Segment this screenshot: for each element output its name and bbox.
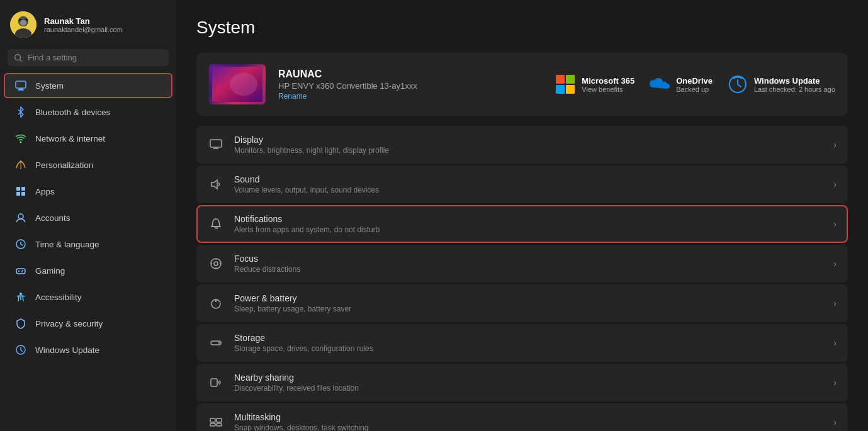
sidebar-item-gaming[interactable]: Gaming: [4, 258, 172, 283]
svg-rect-14: [21, 187, 25, 191]
settings-row-multitasking[interactable]: Multitasking Snap windows, desktops, tas…: [196, 403, 848, 431]
apps-icon: [14, 184, 28, 198]
sidebar-item-network[interactable]: Network & internet: [4, 126, 172, 151]
sound-icon: [208, 176, 224, 193]
svg-point-24: [20, 293, 22, 295]
svg-rect-33: [210, 140, 222, 147]
focus-text: Focus Reduce distractions: [234, 254, 823, 274]
sidebar-item-privacy[interactable]: Privacy & security: [4, 311, 172, 336]
svg-rect-15: [16, 192, 20, 196]
search-icon: [14, 53, 23, 62]
svg-rect-28: [556, 75, 565, 84]
winupdate-shortcut-sub: Last checked: 2 hours ago: [754, 86, 835, 93]
settings-list: Display Monitors, brightness, night ligh…: [196, 126, 848, 431]
svg-point-27: [230, 73, 257, 96]
sidebar-item-time[interactable]: Time & language: [4, 232, 172, 257]
storage-icon: [208, 335, 224, 351]
multitasking-label: Multitasking: [234, 412, 823, 422]
multitasking-text: Multitasking Snap windows, desktops, tas…: [234, 412, 823, 431]
privacy-icon: [14, 316, 28, 330]
settings-row-sound[interactable]: Sound Volume levels, output, input, soun…: [196, 165, 848, 203]
onedrive-icon: [650, 74, 670, 94]
sound-chevron: ›: [833, 179, 837, 189]
sidebar-item-system[interactable]: System: [4, 73, 172, 98]
power-text: Power & battery Sleep, battery usage, ba…: [234, 293, 823, 313]
svg-rect-19: [16, 269, 25, 274]
winupdate-shortcut-title: Windows Update: [754, 76, 835, 86]
ms365-shortcut[interactable]: Microsoft 365 View benefits: [555, 74, 634, 94]
svg-rect-16: [21, 192, 25, 196]
system-icon: [14, 79, 28, 92]
network-icon: [14, 132, 28, 145]
bluetooth-icon: [14, 105, 28, 119]
storage-chevron: ›: [833, 338, 837, 348]
settings-row-power[interactable]: Power & battery Sleep, battery usage, ba…: [196, 284, 848, 322]
svg-point-23: [21, 271, 23, 272]
svg-rect-30: [556, 85, 565, 94]
onedrive-text: OneDrive Backed up: [676, 76, 713, 93]
time-icon: [14, 237, 28, 251]
avatar: [10, 11, 37, 38]
settings-row-storage[interactable]: Storage Storage space, drives, configura…: [196, 324, 848, 362]
focus-icon: [208, 255, 224, 272]
power-sub: Sleep, battery usage, battery saver: [234, 305, 823, 313]
rename-link[interactable]: Rename: [278, 92, 543, 101]
sidebar-item-label-time: Time & language: [35, 240, 99, 249]
svg-rect-29: [566, 75, 575, 84]
settings-row-display[interactable]: Display Monitors, brightness, night ligh…: [196, 126, 848, 164]
sidebar-item-windows-update[interactable]: Windows Update: [4, 337, 172, 362]
onedrive-title: OneDrive: [676, 76, 713, 86]
sidebar-item-label-privacy: Privacy & security: [35, 319, 103, 328]
notifications-chevron: ›: [833, 219, 837, 229]
sidebar: Raunak Tan raunaktandel@gmail.com System…: [0, 0, 176, 431]
accounts-icon: [14, 211, 28, 225]
settings-row-notifications[interactable]: Notifications Alerts from apps and syste…: [196, 205, 848, 243]
multitasking-sub: Snap windows, desktops, task switching: [234, 423, 823, 431]
svg-point-17: [18, 214, 23, 219]
power-chevron: ›: [833, 298, 837, 308]
settings-row-nearby[interactable]: Nearby sharing Discoverability, received…: [196, 364, 848, 401]
power-label: Power & battery: [234, 293, 823, 303]
sidebar-item-accessibility[interactable]: Accessibility: [4, 284, 172, 310]
svg-rect-8: [16, 81, 26, 88]
sound-text: Sound Volume levels, output, input, soun…: [234, 174, 823, 194]
svg-rect-47: [211, 379, 217, 386]
personalization-icon: [14, 158, 28, 172]
nearby-icon: [208, 374, 224, 391]
device-info-card: RAUNAC HP ENVY x360 Convertible 13-ay1xx…: [196, 53, 848, 116]
ms365-text: Microsoft 365 View benefits: [582, 76, 634, 93]
search-box[interactable]: [8, 49, 169, 66]
sidebar-item-apps[interactable]: Apps: [4, 179, 172, 204]
winupdate-shortcut[interactable]: Windows Update Last checked: 2 hours ago: [728, 74, 835, 94]
svg-rect-51: [217, 423, 222, 426]
sidebar-item-personalization[interactable]: Personalization: [4, 152, 172, 177]
svg-point-38: [214, 262, 218, 266]
settings-row-focus[interactable]: Focus Reduce distractions ›: [196, 245, 848, 283]
storage-label: Storage: [234, 333, 823, 343]
onedrive-shortcut[interactable]: OneDrive Backed up: [650, 74, 713, 94]
onedrive-sub: Backed up: [676, 86, 713, 93]
focus-sub: Reduce distractions: [234, 265, 823, 274]
storage-text: Storage Storage space, drives, configura…: [234, 333, 823, 353]
device-thumbnail: [209, 64, 266, 104]
device-info-text: RAUNAC HP ENVY x360 Convertible 13-ay1xx…: [278, 69, 543, 101]
multitasking-chevron: ›: [833, 417, 837, 427]
notifications-text: Notifications Alerts from apps and syste…: [234, 214, 823, 234]
sidebar-item-accounts[interactable]: Accounts: [4, 205, 172, 230]
notifications-label: Notifications: [234, 214, 823, 224]
svg-rect-50: [210, 423, 215, 426]
sidebar-item-bluetooth[interactable]: Bluetooth & devices: [4, 99, 172, 125]
profile-section[interactable]: Raunak Tan raunaktandel@gmail.com: [0, 0, 176, 47]
ms365-title: Microsoft 365: [582, 76, 634, 86]
ms365-icon: [555, 74, 575, 94]
gaming-icon: [14, 264, 28, 277]
windows-update-icon: [14, 343, 28, 357]
profile-text: Raunak Tan raunaktandel@gmail.com: [44, 16, 123, 33]
winupdate-text: Windows Update Last checked: 2 hours ago: [754, 76, 835, 93]
sidebar-item-label-personalization: Personalization: [35, 160, 93, 170]
notifications-icon: [208, 216, 224, 232]
display-sub: Monitors, brightness, night light, displ…: [234, 146, 823, 155]
nearby-text: Nearby sharing Discoverability, received…: [234, 372, 823, 393]
search-input[interactable]: [28, 53, 162, 62]
device-model: HP ENVY x360 Convertible 13-ay1xxx: [278, 81, 543, 91]
